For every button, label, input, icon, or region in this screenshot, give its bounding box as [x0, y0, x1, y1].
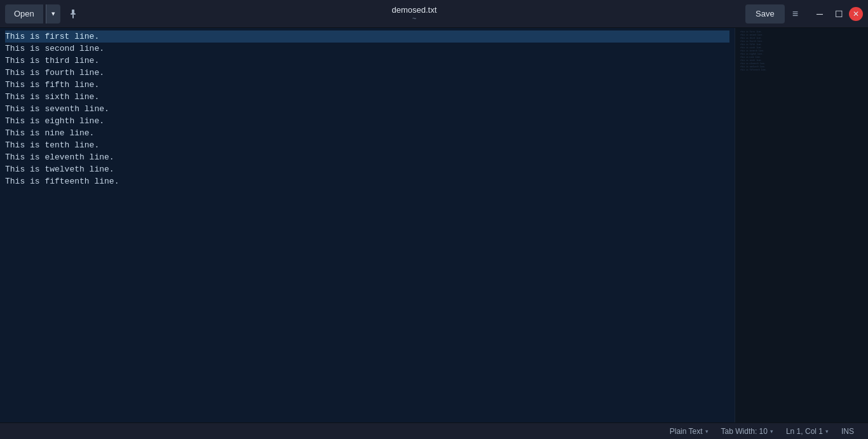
- minimap: This is first line.This is second line.T…: [735, 28, 868, 422]
- editor-line: This is seventh line.: [5, 103, 729, 115]
- tab-width-selector[interactable]: Tab Width: 10 ▾: [715, 423, 780, 439]
- menu-button[interactable]: ≡: [787, 4, 803, 24]
- maximize-button[interactable]: ☐: [830, 5, 848, 23]
- editor-line: This is second line.: [5, 43, 729, 55]
- editor-line: This is fifteenth line.: [5, 175, 729, 187]
- svg-rect-2: [72, 15, 74, 18]
- window-subtitle: ~: [412, 15, 416, 22]
- editor-line: This is tenth line.: [5, 139, 729, 151]
- position-indicator[interactable]: Ln 1, Col 1 ▾: [780, 423, 835, 439]
- language-chevron: ▾: [705, 428, 709, 435]
- window-title: demosed.txt: [392, 5, 437, 15]
- editor-line: This is twelveth line.: [5, 163, 729, 175]
- open-dropdown-button[interactable]: ▾: [46, 4, 60, 24]
- editor-line: This is eleventh line.: [5, 151, 729, 163]
- pin-button[interactable]: [63, 4, 83, 24]
- editor-line: This is eighth line.: [5, 115, 729, 127]
- language-selector[interactable]: Plain Text ▾: [663, 423, 715, 439]
- titlebar: Open ▾ demosed.txt ~ Save ≡ ─ ☐ ✕: [0, 0, 868, 28]
- save-button[interactable]: Save: [745, 4, 785, 24]
- mode-label: INS: [841, 427, 854, 436]
- editor-line: This is fourth line.: [5, 67, 729, 79]
- statusbar: Plain Text ▾ Tab Width: 10 ▾ Ln 1, Col 1…: [0, 422, 868, 439]
- close-button[interactable]: ✕: [849, 7, 863, 21]
- titlebar-left: Open ▾: [5, 4, 83, 24]
- language-label: Plain Text: [670, 427, 703, 436]
- window-controls: ─ ☐ ✕: [811, 5, 863, 23]
- editor-content[interactable]: This is first line.This is second line.T…: [0, 28, 735, 190]
- position-label: Ln 1, Col 1: [786, 427, 823, 436]
- svg-rect-1: [71, 13, 76, 15]
- editor-line: This is sixth line.: [5, 91, 729, 103]
- svg-rect-0: [72, 10, 74, 14]
- titlebar-right: Save ≡ ─ ☐ ✕: [745, 4, 863, 24]
- pin-icon: [68, 9, 78, 19]
- position-chevron: ▾: [825, 428, 829, 435]
- open-button[interactable]: Open: [5, 4, 43, 24]
- insert-mode: INS: [835, 423, 860, 439]
- editor-line: This is fifth line.: [5, 79, 729, 91]
- editor-line: This is first line.: [5, 30, 729, 43]
- tab-width-label: Tab Width: 10: [721, 427, 768, 436]
- minimize-button[interactable]: ─: [811, 5, 829, 23]
- editor-line: This is third line.: [5, 55, 729, 67]
- minimap-content: This is first line.This is second line.T…: [735, 28, 868, 74]
- titlebar-center: demosed.txt ~: [83, 5, 745, 22]
- editor-line: This is nine line.: [5, 127, 729, 139]
- main-area: This is first line.This is second line.T…: [0, 28, 868, 422]
- tab-width-chevron: ▾: [770, 428, 773, 435]
- editor-area[interactable]: This is first line.This is second line.T…: [0, 28, 735, 422]
